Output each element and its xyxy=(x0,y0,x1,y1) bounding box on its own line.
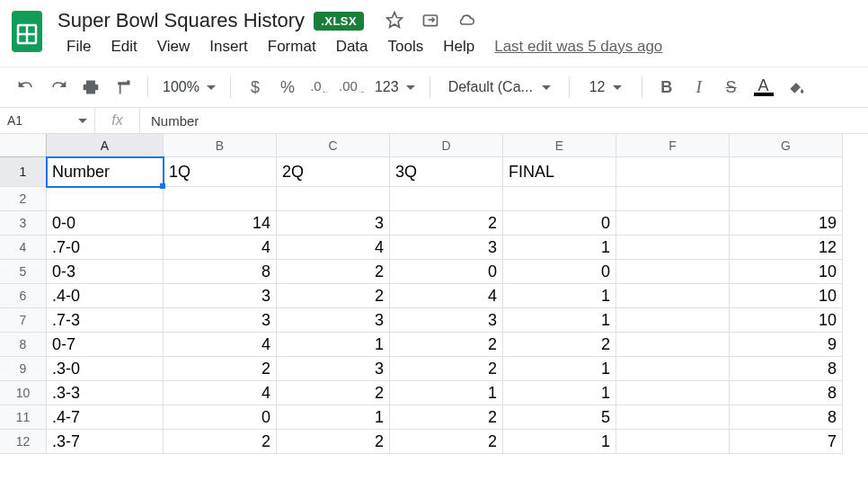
menu-file[interactable]: File xyxy=(58,36,100,58)
redo-button[interactable] xyxy=(45,74,72,101)
cell-B8[interactable]: 4 xyxy=(164,333,277,357)
increase-decimal-button[interactable]: .00→ xyxy=(339,74,366,101)
cell-D7[interactable]: 3 xyxy=(390,308,503,333)
cell-B9[interactable]: 2 xyxy=(164,357,277,381)
cell-D1[interactable]: 3Q xyxy=(390,157,503,187)
sheets-logo[interactable] xyxy=(7,7,47,58)
currency-format-button[interactable]: $ xyxy=(242,74,269,101)
cell-D2[interactable] xyxy=(390,187,503,211)
cell-E7[interactable]: 1 xyxy=(503,308,616,333)
cell-A12[interactable]: .3-7 xyxy=(47,430,164,454)
spreadsheet-grid[interactable]: A B C D E F G 1 Number 1Q 2Q 3Q FINAL 2 … xyxy=(0,134,868,454)
cell-E8[interactable]: 2 xyxy=(503,333,616,357)
undo-button[interactable] xyxy=(13,74,40,101)
print-button[interactable] xyxy=(77,74,104,101)
cell-G11[interactable]: 8 xyxy=(730,405,843,430)
cell-G9[interactable]: 8 xyxy=(730,357,843,381)
font-size-select[interactable]: 12 xyxy=(580,74,631,101)
cell-D10[interactable]: 1 xyxy=(390,381,503,405)
cell-A10[interactable]: .3-3 xyxy=(47,381,164,405)
cell-C10[interactable]: 2 xyxy=(277,381,390,405)
cell-E6[interactable]: 1 xyxy=(503,284,616,308)
cell-C9[interactable]: 3 xyxy=(277,357,390,381)
cell-D11[interactable]: 2 xyxy=(390,405,503,430)
strike-button[interactable]: S xyxy=(718,74,745,101)
cell-F9[interactable] xyxy=(616,357,730,381)
zoom-select[interactable]: 100% xyxy=(159,74,219,101)
move-icon[interactable] xyxy=(421,11,439,31)
cell-E10[interactable]: 1 xyxy=(503,381,616,405)
cell-C1[interactable]: 2Q xyxy=(277,157,390,187)
more-formats-button[interactable]: 123 xyxy=(371,74,419,101)
cell-A5[interactable]: 0-3 xyxy=(47,260,164,284)
cell-D4[interactable]: 3 xyxy=(390,236,503,260)
row-header-2[interactable]: 2 xyxy=(0,187,47,211)
font-family-select[interactable]: Default (Ca... xyxy=(441,79,558,95)
cloud-status-icon[interactable] xyxy=(457,11,475,31)
selection-handle[interactable] xyxy=(160,183,165,189)
cell-F8[interactable] xyxy=(616,333,730,357)
cell-A6[interactable]: .4-0 xyxy=(47,284,164,308)
cell-B5[interactable]: 8 xyxy=(164,260,277,284)
cell-E2[interactable] xyxy=(503,187,616,211)
cell-D12[interactable]: 2 xyxy=(390,430,503,454)
menu-edit[interactable]: Edit xyxy=(102,36,146,58)
bold-button[interactable]: B xyxy=(653,74,680,101)
cell-F7[interactable] xyxy=(616,308,730,333)
cell-G3[interactable]: 19 xyxy=(730,211,843,236)
cell-B7[interactable]: 3 xyxy=(164,308,277,333)
row-header-7[interactable]: 7 xyxy=(0,308,47,333)
cell-E11[interactable]: 5 xyxy=(503,405,616,430)
star-icon[interactable] xyxy=(385,11,403,31)
decrease-decimal-button[interactable]: .0← xyxy=(306,74,333,101)
col-header-C[interactable]: C xyxy=(277,134,390,157)
row-header-10[interactable]: 10 xyxy=(0,381,47,405)
cell-E1[interactable]: FINAL xyxy=(503,157,616,187)
cell-D3[interactable]: 2 xyxy=(390,211,503,236)
cell-B4[interactable]: 4 xyxy=(164,236,277,260)
paint-format-button[interactable] xyxy=(110,74,137,101)
menu-insert[interactable]: Insert xyxy=(200,36,257,58)
cell-C8[interactable]: 1 xyxy=(277,333,390,357)
cell-B1[interactable]: 1Q xyxy=(164,157,277,187)
cell-F2[interactable] xyxy=(616,187,730,211)
name-box[interactable]: A1 xyxy=(0,108,95,133)
cell-G6[interactable]: 10 xyxy=(730,284,843,308)
select-all-corner[interactable] xyxy=(0,134,47,157)
cell-C4[interactable]: 4 xyxy=(277,236,390,260)
cell-F5[interactable] xyxy=(616,260,730,284)
percent-format-button[interactable]: % xyxy=(274,74,301,101)
col-header-F[interactable]: F xyxy=(616,134,730,157)
cell-D5[interactable]: 0 xyxy=(390,260,503,284)
menu-data[interactable]: Data xyxy=(327,36,377,58)
cell-B12[interactable]: 2 xyxy=(164,430,277,454)
menu-view[interactable]: View xyxy=(148,36,199,58)
row-header-11[interactable]: 11 xyxy=(0,405,47,430)
cell-E9[interactable]: 1 xyxy=(503,357,616,381)
col-header-A[interactable]: A xyxy=(47,134,164,157)
cell-G10[interactable]: 8 xyxy=(730,381,843,405)
cell-A1[interactable]: Number xyxy=(47,157,164,187)
row-header-4[interactable]: 4 xyxy=(0,236,47,260)
cell-A7[interactable]: .7-3 xyxy=(47,308,164,333)
cell-A3[interactable]: 0-0 xyxy=(47,211,164,236)
menu-format[interactable]: Format xyxy=(259,36,325,58)
cell-F4[interactable] xyxy=(616,236,730,260)
cell-E4[interactable]: 1 xyxy=(503,236,616,260)
cell-G1[interactable] xyxy=(730,157,843,187)
menu-tools[interactable]: Tools xyxy=(379,36,433,58)
row-header-9[interactable]: 9 xyxy=(0,357,47,381)
cell-B6[interactable]: 3 xyxy=(164,284,277,308)
row-header-5[interactable]: 5 xyxy=(0,260,47,284)
cell-A8[interactable]: 0-7 xyxy=(47,333,164,357)
col-header-E[interactable]: E xyxy=(503,134,616,157)
last-edit-link[interactable]: Last edit was 5 days ago xyxy=(494,38,662,56)
cell-A9[interactable]: .3-0 xyxy=(47,357,164,381)
cell-F6[interactable] xyxy=(616,284,730,308)
cell-C7[interactable]: 3 xyxy=(277,308,390,333)
cell-F3[interactable] xyxy=(616,211,730,236)
cell-G2[interactable] xyxy=(730,187,843,211)
col-header-G[interactable]: G xyxy=(730,134,843,157)
cell-C6[interactable]: 2 xyxy=(277,284,390,308)
cell-F11[interactable] xyxy=(616,405,730,430)
